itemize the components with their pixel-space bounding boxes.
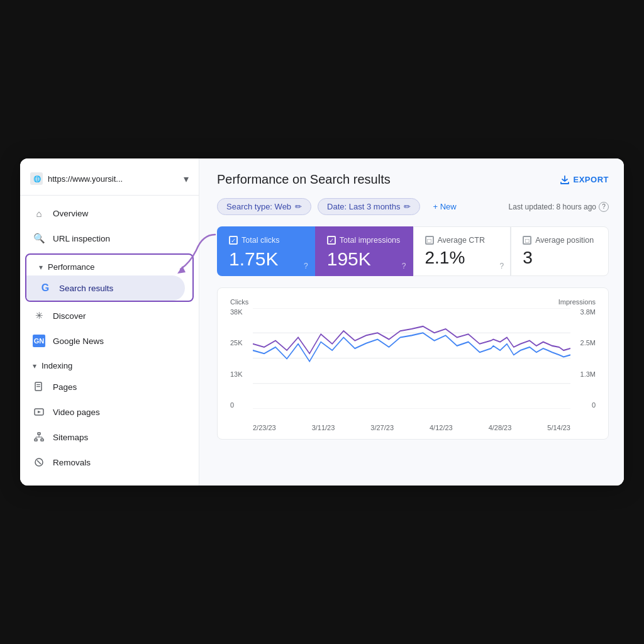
last-updated-text: Last updated: 8 hours ago: [509, 203, 596, 211]
sidebar-item-video-pages[interactable]: Video pages: [20, 399, 191, 425]
y-left-25k: 25K: [230, 339, 250, 347]
sidebar-section-performance[interactable]: ▾ Performance: [26, 255, 192, 275]
metric-card-impressions[interactable]: ✓ Total impressions 195K ?: [315, 226, 413, 276]
y-right-0: 0: [592, 401, 596, 409]
svg-rect-5: [36, 386, 40, 387]
export-icon: [560, 175, 570, 185]
sidebar-item-overview[interactable]: ⌂ Overview: [20, 201, 191, 226]
search-icon: 🔍: [33, 232, 45, 245]
search-type-label: Search type: Web: [226, 202, 291, 211]
site-selector[interactable]: 🌐 https://www.yoursit... ▾: [20, 166, 199, 196]
svg-rect-10: [41, 439, 43, 441]
impressions-label: Total impressions: [340, 236, 401, 245]
site-favicon: 🌐: [30, 172, 43, 185]
clicks-value: 1.75K: [229, 248, 303, 269]
page-title: Performance on Search results: [217, 172, 391, 187]
main-content: Performance on Search results EXPORT Sea…: [199, 158, 624, 486]
y-right-25m: 2.5M: [580, 339, 596, 347]
new-label: + New: [433, 202, 456, 211]
position-label: Average position: [535, 236, 594, 245]
sidebar-removals-label: Removals: [53, 458, 91, 467]
new-filter-button[interactable]: + New: [426, 199, 462, 214]
sidebar-item-discover[interactable]: ✳ Discover: [20, 303, 191, 328]
clicks-label: Total clicks: [242, 236, 279, 245]
sidebar-pages-label: Pages: [53, 382, 77, 392]
filter-bar: Search type: Web ✏ Date: Last 3 months ✏…: [217, 198, 609, 215]
clicks-checkbox[interactable]: ✓: [229, 236, 238, 245]
sidebar-discover-label: Discover: [53, 311, 86, 321]
sidebar-search-results-label: Search results: [59, 284, 113, 293]
sidebar-item-google-news[interactable]: GN Google News: [20, 328, 191, 353]
metric-position-header: □ Average position: [523, 236, 597, 245]
sidebar-section-indexing[interactable]: ▾ Indexing: [20, 353, 199, 374]
last-updated: Last updated: 8 hours ago ?: [509, 202, 609, 212]
sidebar: 🌐 https://www.yoursit... ▾ ⌂ Overview 🔍 …: [20, 158, 199, 486]
sidebar-url-inspection-label: URL inspection: [53, 234, 110, 243]
app-frame: 🌐 https://www.yoursit... ▾ ⌂ Overview 🔍 …: [20, 158, 624, 486]
clicks-help-icon[interactable]: ?: [304, 262, 308, 270]
svg-text:🌐: 🌐: [33, 175, 41, 183]
x-label-3: 4/12/23: [430, 424, 453, 431]
sidebar-google-news-label: Google News: [53, 336, 104, 346]
ctr-label: Average CTR: [438, 236, 486, 245]
sidebar-sitemaps-label: Sitemaps: [53, 433, 88, 442]
svg-rect-4: [36, 384, 40, 385]
metric-clicks-header: ✓ Total clicks: [229, 236, 303, 245]
edit-date-icon[interactable]: ✏: [404, 202, 411, 211]
edit-search-type-icon[interactable]: ✏: [295, 202, 302, 211]
y-right-13m: 1.3M: [580, 370, 596, 378]
metric-ctr-header: □ Average CTR: [425, 236, 499, 245]
chart-area: Clicks Impressions 38K 25K 13K 0 3.8M 2.…: [217, 287, 609, 440]
y-right-38m: 3.8M: [580, 308, 596, 316]
performance-section-box: ▾ Performance G Search results: [25, 253, 194, 302]
metrics-row: ✓ Total clicks 1.75K ? ✓ Total impressio…: [217, 226, 609, 276]
x-label-0: 2/23/23: [253, 424, 276, 431]
impressions-help-icon[interactable]: ?: [402, 262, 406, 270]
performance-section-label: Performance: [48, 262, 94, 272]
sidebar-item-removals[interactable]: Removals: [20, 450, 191, 475]
metric-impressions-header: ✓ Total impressions: [327, 236, 401, 245]
search-type-filter[interactable]: Search type: Web ✏: [217, 198, 311, 215]
chart-x-labels: 2/23/23 3/11/23 3/27/23 4/12/23 4/28/23 …: [253, 424, 570, 431]
svg-rect-9: [35, 439, 37, 441]
sidebar-overview-label: Overview: [53, 209, 88, 218]
y-left-13k: 13K: [230, 370, 250, 378]
home-icon: ⌂: [33, 207, 45, 219]
sidebar-item-url-inspection[interactable]: 🔍 URL inspection: [20, 226, 191, 251]
pages-icon: [33, 380, 45, 393]
sidebar-item-sitemaps[interactable]: Sitemaps: [20, 425, 191, 450]
metric-card-position[interactable]: □ Average position 3: [511, 226, 609, 276]
chart-y-axis-left: 38K 25K 13K 0: [230, 308, 250, 409]
sidebar-video-pages-label: Video pages: [53, 408, 100, 417]
svg-rect-8: [38, 433, 40, 435]
main-header: Performance on Search results EXPORT: [217, 172, 609, 187]
metric-card-clicks[interactable]: ✓ Total clicks 1.75K ?: [217, 226, 315, 276]
ctr-help-icon[interactable]: ?: [500, 262, 504, 270]
clicks-chart-label: Clicks: [230, 298, 248, 306]
sidebar-item-search-results[interactable]: G Search results: [26, 275, 185, 301]
chart-svg: [253, 308, 570, 409]
date-filter[interactable]: Date: Last 3 months ✏: [318, 198, 420, 215]
position-value: 3: [523, 248, 597, 268]
google-news-icon: GN: [33, 335, 45, 347]
chevron-indexing-icon: ▾: [33, 362, 36, 370]
discover-icon: ✳: [33, 309, 45, 322]
position-checkbox[interactable]: □: [523, 236, 531, 245]
metric-card-ctr[interactable]: □ Average CTR 2.1% ?: [413, 226, 511, 276]
help-icon[interactable]: ?: [599, 202, 609, 212]
chevron-icon: ▾: [39, 263, 43, 272]
ctr-checkbox[interactable]: □: [425, 236, 434, 245]
sidebar-item-pages[interactable]: Pages: [20, 374, 191, 399]
video-pages-icon: [33, 406, 45, 418]
x-label-4: 4/28/23: [489, 424, 512, 431]
chart-container: 38K 25K 13K 0 3.8M 2.5M 1.3M 0: [230, 308, 596, 421]
y-left-0: 0: [230, 401, 250, 409]
export-button[interactable]: EXPORT: [560, 175, 609, 185]
chart-labels-top: Clicks Impressions: [230, 298, 596, 306]
ctr-value: 2.1%: [425, 248, 499, 268]
dropdown-arrow-icon[interactable]: ▾: [184, 173, 189, 185]
x-label-2: 3/27/23: [370, 424, 394, 431]
impressions-checkbox[interactable]: ✓: [327, 236, 336, 245]
impressions-chart-label: Impressions: [558, 298, 596, 306]
svg-marker-7: [38, 411, 41, 413]
